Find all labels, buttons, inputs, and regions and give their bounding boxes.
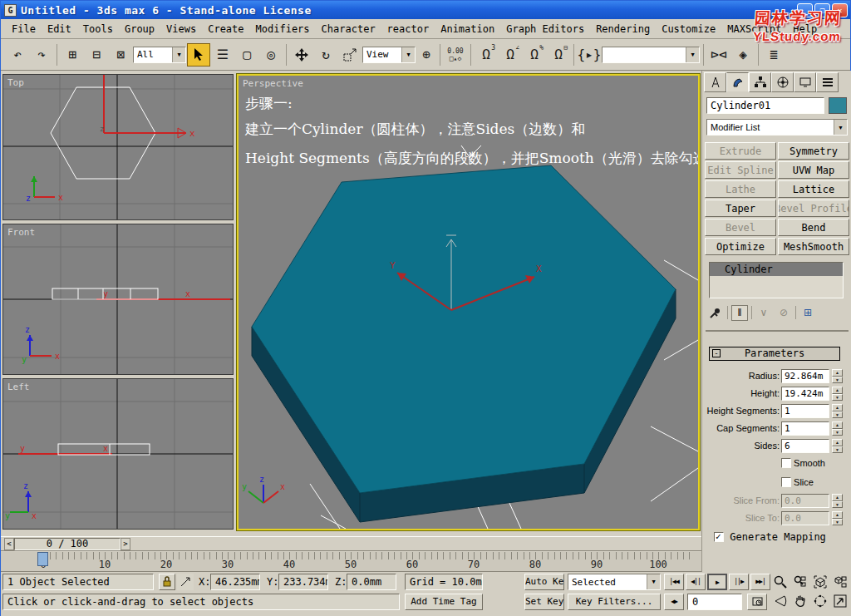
menu-animation[interactable]: Animation — [435, 22, 500, 37]
tab-modify[interactable] — [726, 72, 749, 92]
z-coord-field[interactable]: 0.0mm — [347, 574, 396, 590]
menu-reactor[interactable]: reactor — [381, 22, 435, 37]
zoom-icon[interactable] — [770, 573, 790, 591]
field-of-view-icon[interactable] — [770, 592, 790, 610]
menu-modifiers[interactable]: Modifiers — [250, 22, 316, 37]
undo-icon[interactable]: ↶ — [6, 43, 29, 67]
cap-segments-field[interactable]: 1 — [781, 421, 829, 436]
tab-hierarchy[interactable] — [749, 72, 771, 92]
arc-rotate-icon[interactable] — [810, 592, 829, 610]
configure-modifier-sets-icon[interactable]: ⊞ — [799, 305, 816, 321]
go-to-end-button[interactable]: ▶▶| — [750, 574, 770, 590]
tab-motion[interactable] — [771, 72, 794, 92]
radius-field[interactable]: 92.864m — [781, 369, 829, 383]
show-end-result-icon[interactable]: ‖ — [731, 305, 748, 321]
viewport-top-label[interactable]: Top — [7, 77, 24, 88]
menu-rendering[interactable]: Rendering — [590, 22, 656, 37]
pan-hand-icon[interactable] — [790, 592, 809, 610]
track-bar-thumb[interactable] — [37, 552, 48, 566]
viewport-perspective-label[interactable]: Perspective — [243, 78, 303, 89]
use-pivot-center-icon[interactable]: ⊕ — [416, 43, 436, 67]
height-spinner[interactable] — [832, 387, 843, 401]
tab-utilities[interactable] — [816, 72, 839, 92]
select-link-icon[interactable]: ⊞ — [61, 43, 84, 67]
named-selection-sets-icon[interactable]: {▸} — [578, 43, 601, 67]
time-slider-thumb[interactable]: < 0 / 100 > — [4, 538, 130, 550]
slice-checkbox[interactable] — [781, 477, 791, 487]
angle-snap-icon[interactable]: Ω∠ — [499, 43, 522, 67]
selection-filter-dropdown[interactable]: All — [133, 47, 186, 63]
viewport-front-label[interactable]: Front — [7, 227, 35, 238]
key-mode-toggle-icon[interactable]: ◀▶ — [664, 594, 684, 610]
time-configuration-icon[interactable] — [747, 594, 767, 610]
optimize-button[interactable]: Optimize — [705, 238, 776, 255]
smooth-checkbox[interactable] — [781, 458, 791, 468]
chevron-down-icon[interactable] — [647, 574, 660, 589]
viewport-front[interactable]: Front y x x y z — [2, 224, 234, 375]
prev-frame-nub-icon[interactable]: < — [4, 538, 14, 550]
go-to-start-button[interactable]: |◀◀ — [664, 574, 684, 590]
cap-segments-spinner[interactable] — [832, 421, 843, 436]
meshsmooth-button[interactable]: MeshSmooth — [778, 238, 849, 255]
align-icon[interactable]: ◈ — [731, 43, 755, 67]
stack-item-cylinder[interactable]: Cylinder — [710, 263, 843, 276]
chevron-down-icon[interactable] — [172, 47, 185, 62]
menu-customize[interactable]: Customize — [656, 22, 721, 37]
parameters-rollout-header[interactable]: - Parameters — [709, 347, 840, 361]
add-time-tag[interactable]: Add Time Tag — [405, 594, 483, 610]
height-segments-spinner[interactable] — [832, 404, 843, 418]
named-selection-dropdown[interactable] — [602, 47, 700, 63]
bind-spacewarp-icon[interactable]: ⊠ — [109, 43, 132, 67]
lattice-button[interactable]: Lattice — [778, 180, 849, 198]
pin-stack-icon[interactable] — [707, 305, 724, 321]
zoom-extents-icon[interactable] — [810, 573, 829, 591]
curve-editor-icon[interactable]: ≣ — [762, 43, 785, 67]
auto-key-button[interactable]: Auto Key — [524, 574, 564, 590]
time-slider-track[interactable]: < 0 / 100 > — [1, 536, 701, 551]
unlink-selection-icon[interactable]: ⊟ — [85, 43, 108, 67]
modifier-list-dropdown[interactable]: Modifier List — [706, 119, 848, 136]
window-crossing-icon[interactable]: ◎ — [259, 43, 283, 67]
height-field[interactable]: 19.424m — [781, 387, 829, 401]
absolute-offset-cursor-icon[interactable] — [177, 574, 194, 590]
select-move-icon[interactable] — [290, 43, 313, 67]
menu-graph-editors[interactable]: Graph Editors — [500, 22, 590, 37]
offset-mode-icon[interactable]: 0.00□▴◇ — [444, 43, 467, 67]
zoom-all-icon[interactable] — [790, 573, 809, 591]
menu-file[interactable]: File — [6, 22, 42, 37]
key-filters-button[interactable]: Key Filters... — [568, 594, 661, 610]
play-button[interactable]: ▶ — [707, 574, 727, 590]
selection-lock-icon[interactable] — [159, 574, 175, 590]
menu-views[interactable]: Views — [160, 22, 202, 37]
rect-selection-region-icon[interactable]: ▢ — [235, 43, 258, 67]
menu-character[interactable]: Character — [316, 22, 381, 37]
sides-field[interactable]: 6 — [781, 439, 829, 453]
menu-create[interactable]: Create — [202, 22, 249, 37]
menu-group[interactable]: Group — [119, 22, 160, 37]
chevron-down-icon[interactable] — [401, 47, 415, 62]
bend-button[interactable]: Bend — [778, 219, 849, 236]
x-coord-field[interactable]: 46.235mm — [210, 574, 260, 590]
app-icon[interactable]: G — [4, 4, 17, 17]
min-max-toggle-icon[interactable] — [830, 592, 849, 610]
viewport-top[interactable]: Top x z x z — [2, 74, 234, 220]
mirror-icon[interactable]: ⊳⊲ — [707, 43, 730, 67]
current-frame-field[interactable]: 0 — [687, 594, 742, 610]
uvw-map-button[interactable]: UVW Map — [778, 161, 849, 179]
taper-button[interactable]: Taper — [705, 200, 776, 217]
zoom-extents-all-icon[interactable] — [830, 573, 849, 591]
spinner-snap-icon[interactable]: Ω⊟ — [547, 43, 570, 67]
percent-snap-icon[interactable]: Ω% — [523, 43, 546, 67]
redo-icon[interactable]: ↷ — [30, 43, 53, 67]
chevron-down-icon[interactable] — [686, 47, 699, 62]
y-coord-field[interactable]: 233.734m — [278, 574, 328, 590]
menu-edit[interactable]: Edit — [42, 22, 77, 37]
viewport-perspective[interactable]: Perspective 步骤一: 建立一个Cylinder（圆柱体），注意Sid… — [237, 74, 700, 530]
track-bar[interactable]: 010 2030 4050 6070 8090 100 — [1, 552, 701, 572]
radius-spinner[interactable] — [832, 369, 843, 383]
select-object-button[interactable] — [187, 43, 210, 67]
viewport-left[interactable]: Left y x y x z — [2, 378, 234, 530]
object-color-swatch[interactable] — [829, 97, 847, 114]
collapse-icon[interactable]: - — [712, 349, 721, 357]
menu-tools[interactable]: Tools — [77, 22, 119, 37]
